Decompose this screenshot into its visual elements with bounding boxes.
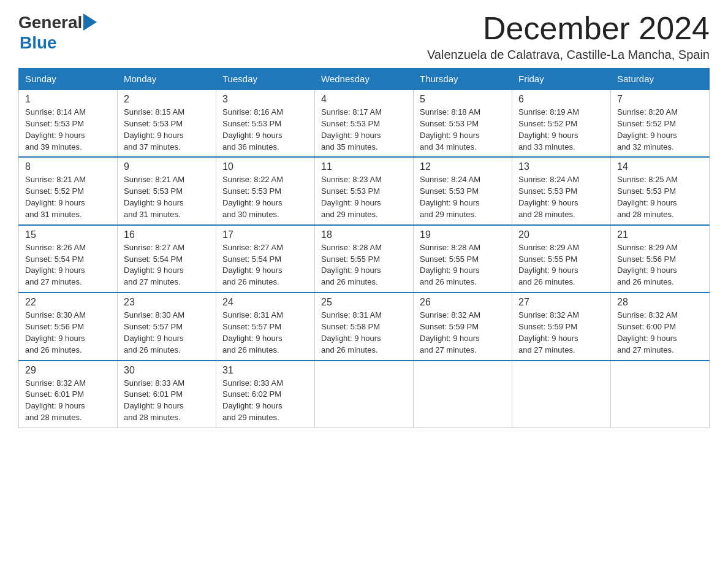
day-info: Sunrise: 8:27 AMSunset: 5:54 PMDaylight:… [222, 242, 308, 288]
day-info: Sunrise: 8:14 AMSunset: 5:53 PMDaylight:… [25, 107, 111, 153]
day-number: 19 [420, 229, 506, 240]
day-info: Sunrise: 8:28 AMSunset: 5:55 PMDaylight:… [420, 242, 506, 288]
calendar-cell: 23Sunrise: 8:30 AMSunset: 5:57 PMDayligh… [118, 293, 216, 360]
calendar-table: SundayMondayTuesdayWednesdayThursdayFrid… [18, 68, 710, 428]
location-title: Valenzuela de Calatrava, Castille-La Man… [427, 48, 710, 62]
calendar-cell [315, 361, 414, 428]
day-info: Sunrise: 8:31 AMSunset: 5:57 PMDaylight:… [222, 310, 308, 356]
calendar-cell: 16Sunrise: 8:27 AMSunset: 5:54 PMDayligh… [118, 225, 216, 293]
day-number: 10 [222, 161, 308, 172]
calendar-cell: 4Sunrise: 8:17 AMSunset: 5:53 PMDaylight… [315, 90, 414, 157]
day-info: Sunrise: 8:33 AMSunset: 6:01 PMDaylight:… [124, 378, 210, 424]
day-number: 3 [222, 94, 308, 105]
calendar-cell [611, 361, 710, 428]
day-info: Sunrise: 8:24 AMSunset: 5:53 PMDaylight:… [518, 174, 604, 220]
month-title: December 2024 [427, 12, 710, 44]
day-number: 4 [321, 94, 407, 105]
calendar-cell: 15Sunrise: 8:26 AMSunset: 5:54 PMDayligh… [19, 225, 118, 293]
day-info: Sunrise: 8:19 AMSunset: 5:52 PMDaylight:… [518, 107, 604, 153]
day-info: Sunrise: 8:26 AMSunset: 5:54 PMDaylight:… [25, 242, 111, 288]
calendar-cell: 31Sunrise: 8:33 AMSunset: 6:02 PMDayligh… [216, 361, 315, 428]
calendar-cell: 12Sunrise: 8:24 AMSunset: 5:53 PMDayligh… [414, 157, 512, 224]
calendar-cell: 27Sunrise: 8:32 AMSunset: 5:59 PMDayligh… [512, 293, 611, 360]
day-info: Sunrise: 8:21 AMSunset: 5:52 PMDaylight:… [25, 174, 111, 220]
title-area: December 2024 Valenzuela de Calatrava, C… [427, 12, 710, 62]
day-number: 6 [518, 94, 604, 105]
calendar-week-row: 22Sunrise: 8:30 AMSunset: 5:56 PMDayligh… [19, 293, 710, 360]
day-number: 25 [321, 297, 407, 308]
calendar-cell: 28Sunrise: 8:32 AMSunset: 6:00 PMDayligh… [611, 293, 710, 360]
day-info: Sunrise: 8:15 AMSunset: 5:53 PMDaylight:… [124, 107, 210, 153]
weekday-header-friday: Friday [512, 69, 611, 90]
logo-blue: Blue [20, 33, 57, 52]
calendar-cell: 19Sunrise: 8:28 AMSunset: 5:55 PMDayligh… [414, 225, 512, 293]
day-number: 14 [617, 161, 703, 172]
day-number: 5 [420, 94, 506, 105]
day-number: 11 [321, 161, 407, 172]
calendar-cell [512, 361, 611, 428]
day-number: 9 [124, 161, 210, 172]
day-info: Sunrise: 8:33 AMSunset: 6:02 PMDaylight:… [222, 378, 308, 424]
calendar-cell: 30Sunrise: 8:33 AMSunset: 6:01 PMDayligh… [118, 361, 216, 428]
calendar-cell: 17Sunrise: 8:27 AMSunset: 5:54 PMDayligh… [216, 225, 315, 293]
calendar-cell: 7Sunrise: 8:20 AMSunset: 5:52 PMDaylight… [611, 90, 710, 157]
calendar-cell: 14Sunrise: 8:25 AMSunset: 5:53 PMDayligh… [611, 157, 710, 224]
calendar-cell: 2Sunrise: 8:15 AMSunset: 5:53 PMDaylight… [118, 90, 216, 157]
weekday-header-monday: Monday [118, 69, 216, 90]
day-number: 1 [25, 94, 111, 105]
day-number: 7 [617, 94, 703, 105]
day-info: Sunrise: 8:21 AMSunset: 5:53 PMDaylight:… [124, 174, 210, 220]
svg-marker-0 [83, 13, 97, 31]
logo: General Blue [18, 12, 97, 53]
day-info: Sunrise: 8:18 AMSunset: 5:53 PMDaylight:… [420, 107, 506, 153]
day-info: Sunrise: 8:30 AMSunset: 5:57 PMDaylight:… [124, 310, 210, 356]
day-info: Sunrise: 8:20 AMSunset: 5:52 PMDaylight:… [617, 107, 703, 153]
day-number: 12 [420, 161, 506, 172]
day-number: 29 [25, 365, 111, 376]
day-number: 31 [222, 365, 308, 376]
calendar-cell: 21Sunrise: 8:29 AMSunset: 5:56 PMDayligh… [611, 225, 710, 293]
day-number: 24 [222, 297, 308, 308]
day-info: Sunrise: 8:29 AMSunset: 5:56 PMDaylight:… [617, 242, 703, 288]
day-info: Sunrise: 8:32 AMSunset: 5:59 PMDaylight:… [420, 310, 506, 356]
day-number: 22 [25, 297, 111, 308]
calendar-cell: 22Sunrise: 8:30 AMSunset: 5:56 PMDayligh… [19, 293, 118, 360]
day-number: 17 [222, 229, 308, 240]
day-info: Sunrise: 8:25 AMSunset: 5:53 PMDaylight:… [617, 174, 703, 220]
day-info: Sunrise: 8:30 AMSunset: 5:56 PMDaylight:… [25, 310, 111, 356]
calendar-week-row: 1Sunrise: 8:14 AMSunset: 5:53 PMDaylight… [19, 90, 710, 157]
calendar-week-row: 29Sunrise: 8:32 AMSunset: 6:01 PMDayligh… [19, 361, 710, 428]
day-info: Sunrise: 8:16 AMSunset: 5:53 PMDaylight:… [222, 107, 308, 153]
day-number: 26 [420, 297, 506, 308]
calendar-cell: 20Sunrise: 8:29 AMSunset: 5:55 PMDayligh… [512, 225, 611, 293]
calendar-cell: 10Sunrise: 8:22 AMSunset: 5:53 PMDayligh… [216, 157, 315, 224]
day-number: 16 [124, 229, 210, 240]
day-info: Sunrise: 8:17 AMSunset: 5:53 PMDaylight:… [321, 107, 407, 153]
calendar-cell: 29Sunrise: 8:32 AMSunset: 6:01 PMDayligh… [19, 361, 118, 428]
day-info: Sunrise: 8:24 AMSunset: 5:53 PMDaylight:… [420, 174, 506, 220]
logo-general: General [18, 13, 82, 33]
weekday-header-row: SundayMondayTuesdayWednesdayThursdayFrid… [19, 69, 710, 90]
day-info: Sunrise: 8:22 AMSunset: 5:53 PMDaylight:… [222, 174, 308, 220]
weekday-header-wednesday: Wednesday [315, 69, 414, 90]
calendar-cell: 8Sunrise: 8:21 AMSunset: 5:52 PMDaylight… [19, 157, 118, 224]
calendar-cell: 26Sunrise: 8:32 AMSunset: 5:59 PMDayligh… [414, 293, 512, 360]
weekday-header-thursday: Thursday [414, 69, 512, 90]
day-info: Sunrise: 8:32 AMSunset: 5:59 PMDaylight:… [518, 310, 604, 356]
weekday-header-sunday: Sunday [19, 69, 118, 90]
calendar-cell: 13Sunrise: 8:24 AMSunset: 5:53 PMDayligh… [512, 157, 611, 224]
day-number: 21 [617, 229, 703, 240]
weekday-header-tuesday: Tuesday [216, 69, 315, 90]
calendar-cell: 1Sunrise: 8:14 AMSunset: 5:53 PMDaylight… [19, 90, 118, 157]
calendar-cell: 24Sunrise: 8:31 AMSunset: 5:57 PMDayligh… [216, 293, 315, 360]
day-info: Sunrise: 8:29 AMSunset: 5:55 PMDaylight:… [518, 242, 604, 288]
day-number: 20 [518, 229, 604, 240]
calendar-cell: 6Sunrise: 8:19 AMSunset: 5:52 PMDaylight… [512, 90, 611, 157]
day-number: 15 [25, 229, 111, 240]
calendar-cell: 5Sunrise: 8:18 AMSunset: 5:53 PMDaylight… [414, 90, 512, 157]
page-header: General Blue December 2024 Valenzuela de… [18, 12, 710, 62]
logo-arrow-shape [83, 13, 97, 33]
calendar-cell: 25Sunrise: 8:31 AMSunset: 5:58 PMDayligh… [315, 293, 414, 360]
day-number: 27 [518, 297, 604, 308]
calendar-cell: 9Sunrise: 8:21 AMSunset: 5:53 PMDaylight… [118, 157, 216, 224]
